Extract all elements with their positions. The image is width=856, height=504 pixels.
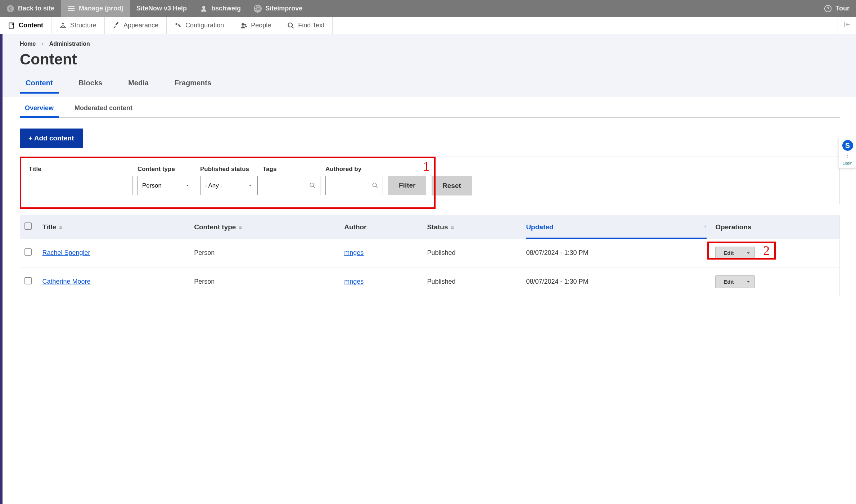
- operations-caret[interactable]: [742, 247, 754, 259]
- edit-button[interactable]: Edit: [716, 276, 742, 288]
- add-content-button[interactable]: + Add content: [20, 129, 83, 148]
- siteimprove-label: Siteimprove: [265, 5, 302, 12]
- help-link[interactable]: SiteNow v3 Help: [130, 0, 193, 17]
- svg-point-8: [64, 26, 66, 28]
- toolbar-top: Back to site Manage (prod) SiteNow v3 He…: [0, 0, 856, 17]
- title-filter-label: Title: [29, 166, 132, 173]
- user-icon: [200, 5, 208, 13]
- th-title[interactable]: Title≡: [38, 215, 190, 239]
- th-updated[interactable]: Updated↑: [522, 215, 711, 239]
- row-title-link[interactable]: Catherine Moore: [42, 278, 91, 285]
- content-area: Overview Moderated content + Add content…: [0, 97, 856, 307]
- admin-appearance[interactable]: Appearance: [105, 17, 167, 34]
- admin-content[interactable]: Content: [0, 17, 51, 34]
- siteimprove-icon: Si: [254, 5, 262, 13]
- row-author-link[interactable]: mnges: [344, 278, 364, 285]
- row-checkbox[interactable]: [24, 277, 32, 284]
- admin-structure[interactable]: Structure: [51, 17, 105, 34]
- collapse-toolbar[interactable]: [838, 17, 856, 34]
- select-all-checkbox[interactable]: [24, 222, 32, 230]
- tour-link[interactable]: ? Tour: [817, 0, 856, 17]
- user-menu[interactable]: bschweig: [193, 0, 247, 17]
- th-status[interactable]: Status≡: [423, 215, 522, 239]
- row-updated: 08/07/2024 - 1:30 PM: [522, 267, 711, 296]
- breadcrumb-separator: ›: [41, 41, 43, 47]
- filter-button[interactable]: Filter: [388, 176, 426, 195]
- search-icon: [287, 22, 294, 29]
- content-icon: [8, 22, 15, 29]
- svg-point-6: [60, 26, 62, 28]
- edit-button[interactable]: Edit: [716, 247, 742, 259]
- admin-appearance-label: Appearance: [123, 22, 158, 29]
- admin-people[interactable]: People: [232, 17, 279, 34]
- left-edge-bar: [0, 34, 3, 307]
- tab-content[interactable]: Content: [20, 79, 59, 94]
- svg-point-1: [202, 6, 205, 9]
- annotation-label-1: 1: [423, 159, 429, 174]
- row-status: Published: [423, 267, 522, 296]
- back-to-site[interactable]: Back to site: [0, 0, 61, 17]
- chevron-left-icon: [6, 5, 14, 13]
- svg-point-5: [62, 23, 64, 24]
- admin-findtext-label: Find Text: [298, 22, 324, 29]
- ctype-filter-label: Content type: [138, 166, 195, 173]
- subtab-overview[interactable]: Overview: [20, 104, 59, 118]
- breadcrumb-home[interactable]: Home: [20, 41, 36, 47]
- siteimprove-widget[interactable]: S ⋮ Login: [839, 137, 856, 168]
- row-ctype: Person: [190, 239, 340, 267]
- tab-blocks[interactable]: Blocks: [73, 79, 108, 93]
- row-title-link[interactable]: Rachel Spengler: [42, 249, 90, 256]
- ctype-filter-select[interactable]: Person: [138, 176, 195, 195]
- siteimprove-logo-icon: S: [842, 140, 853, 151]
- reset-button[interactable]: Reset: [432, 176, 472, 195]
- th-ctype[interactable]: Content type≡: [190, 215, 340, 239]
- appearance-icon: [113, 22, 120, 29]
- status-filter-select[interactable]: - Any -: [200, 176, 258, 195]
- tour-label: Tour: [835, 5, 850, 12]
- operations-dropdown: Edit: [715, 247, 754, 259]
- admin-structure-label: Structure: [70, 22, 96, 29]
- admin-findtext[interactable]: Find Text: [279, 17, 333, 34]
- th-author[interactable]: Author: [340, 215, 423, 239]
- back-label: Back to site: [18, 5, 54, 12]
- user-label: bschweig: [211, 5, 241, 12]
- svg-point-11: [288, 23, 293, 27]
- title-filter-input[interactable]: [29, 176, 132, 195]
- row-author-link[interactable]: mnges: [344, 249, 364, 256]
- row-ctype: Person: [190, 267, 340, 296]
- row-updated: 08/07/2024 - 1:30 PM: [522, 239, 711, 267]
- page-title: Content: [20, 51, 840, 68]
- admin-people-label: People: [251, 22, 271, 29]
- structure-icon: [59, 22, 67, 29]
- admin-menu: Content Structure Appearance Configurati…: [0, 17, 856, 34]
- manage-env[interactable]: Manage (prod): [61, 0, 130, 17]
- subtab-moderated[interactable]: Moderated content: [69, 104, 138, 117]
- manage-label: Manage (prod): [79, 5, 123, 12]
- svg-point-7: [62, 26, 64, 28]
- tab-fragments[interactable]: Fragments: [169, 79, 217, 93]
- breadcrumb: Home › Administration: [20, 41, 840, 47]
- svg-point-9: [242, 23, 244, 26]
- filter-box: Title Content type Person Published stat…: [20, 157, 840, 204]
- svg-point-10: [244, 24, 246, 26]
- admin-configuration-label: Configuration: [185, 22, 224, 29]
- sort-icon: ≡: [451, 225, 454, 230]
- side-login-link[interactable]: Login: [839, 161, 856, 165]
- sort-icon: ≡: [239, 225, 242, 230]
- svg-point-0: [7, 5, 14, 12]
- row-checkbox[interactable]: [24, 248, 32, 256]
- annotation-label-2: 2: [763, 243, 770, 258]
- table-row: Rachel Spengler Person mnges Published 0…: [20, 239, 840, 267]
- hamburger-icon: [67, 5, 75, 13]
- tab-media[interactable]: Media: [122, 79, 154, 93]
- collapse-icon: [843, 21, 851, 30]
- breadcrumb-admin[interactable]: Administration: [49, 41, 90, 47]
- tags-filter-input[interactable]: [263, 176, 320, 195]
- admin-configuration[interactable]: Configuration: [167, 17, 232, 34]
- operations-dropdown: Edit: [715, 275, 754, 288]
- authored-filter-input[interactable]: [325, 176, 383, 195]
- drag-handle-icon: ⋮: [839, 153, 856, 158]
- siteimprove-link[interactable]: Si Siteimprove: [247, 0, 309, 17]
- operations-caret[interactable]: [742, 276, 754, 288]
- page-header: Home › Administration Content Content Bl…: [0, 34, 856, 97]
